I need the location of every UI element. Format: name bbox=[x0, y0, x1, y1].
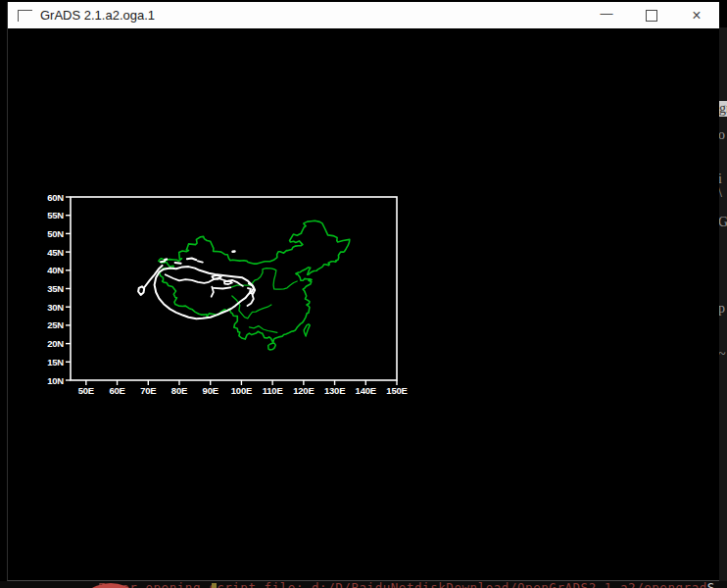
grads-drawing-canvas[interactable] bbox=[8, 28, 719, 580]
close-button[interactable]: × bbox=[674, 2, 719, 28]
terminal-error-text: Error opening script file: d:/D/BaiduNet… bbox=[98, 580, 715, 588]
screen: { "window": { "title": "GrADS 2.1.a2.oga… bbox=[0, 0, 727, 588]
grads-window: GrADS 2.1.a2.oga.1 — × bbox=[7, 2, 719, 581]
minimize-icon: — bbox=[601, 6, 613, 21]
titlebar[interactable]: GrADS 2.1.a2.oga.1 — × bbox=[8, 2, 719, 28]
grads-app-icon bbox=[18, 10, 32, 22]
terminal-fragment: ~ bbox=[718, 348, 726, 362]
close-icon: × bbox=[692, 7, 701, 24]
maximize-icon bbox=[646, 10, 657, 22]
background-terminal-bottom-strip: Error opening script file: d:/D/BaiduNet… bbox=[0, 581, 727, 588]
minimize-button[interactable]: — bbox=[584, 2, 629, 28]
window-title: GrADS 2.1.a2.oga.1 bbox=[40, 8, 155, 23]
terminal-fragment: p bbox=[718, 302, 725, 316]
background-artifact bbox=[212, 583, 217, 588]
terminal-fragment: G bbox=[718, 216, 727, 229]
maximize-button[interactable] bbox=[629, 2, 674, 28]
terminal-fragment: o bbox=[718, 128, 725, 142]
window-controls: — × bbox=[584, 2, 719, 28]
terminal-error-message: Error opening script file: d:/D/BaiduNet… bbox=[98, 580, 707, 588]
terminal-error-suffix: S bbox=[707, 580, 715, 588]
